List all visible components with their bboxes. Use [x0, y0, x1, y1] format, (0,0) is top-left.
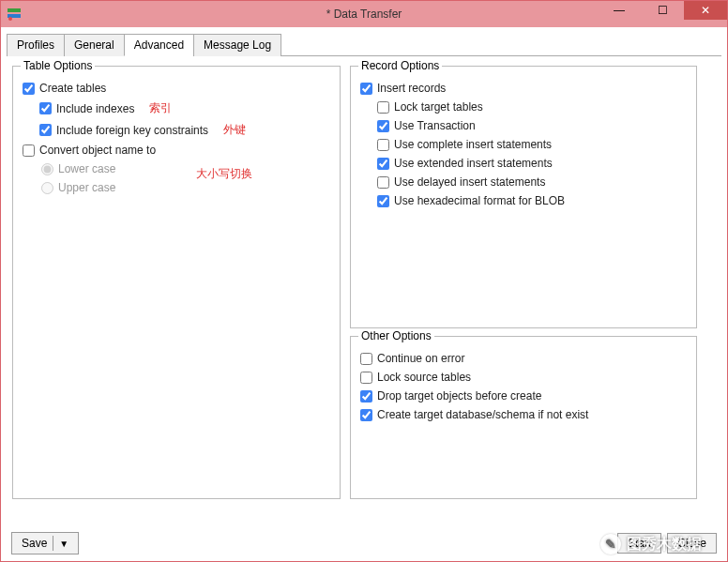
lower-case-label: Lower case: [58, 162, 115, 175]
drop-target-checkbox[interactable]: [360, 390, 372, 403]
use-delayed-insert-label: Use delayed insert statements: [394, 175, 545, 189]
chevron-down-icon: ▼: [59, 539, 68, 549]
use-complete-insert-checkbox[interactable]: [377, 139, 389, 151]
upper-case-label: Upper case: [58, 181, 115, 194]
row-upper-case: Upper case: [41, 181, 330, 194]
create-tables-label: Create tables: [39, 82, 106, 95]
save-button[interactable]: Save ▼: [11, 532, 79, 554]
row-use-extended-insert: Use extended insert statements: [377, 157, 687, 170]
footer-right: Start Close: [617, 533, 717, 554]
use-complete-insert-label: Use complete insert statements: [394, 138, 552, 151]
include-fk-checkbox[interactable]: [39, 124, 52, 136]
close-window-button[interactable]: ✕: [684, 1, 727, 20]
lower-case-radio[interactable]: [41, 163, 53, 175]
lock-target-tables-label: Lock target tables: [394, 100, 483, 114]
other-options-group: Other Options Continue on error Lock sou…: [350, 336, 697, 499]
create-target-db-checkbox[interactable]: [360, 409, 372, 421]
drop-target-label: Drop target objects before create: [377, 389, 541, 403]
other-options-legend: Other Options: [358, 329, 434, 342]
minimize-button[interactable]: —: [598, 1, 641, 20]
record-options-legend: Record Options: [358, 59, 442, 72]
use-hex-blob-label: Use hexadecimal format for BLOB: [394, 194, 565, 207]
convert-name-label: Convert object name to: [39, 144, 156, 157]
tabbar: Profiles General Advanced Message Log: [7, 33, 721, 56]
table-options-legend: Table Options: [21, 59, 95, 72]
svg-point-2: [8, 17, 12, 21]
use-transaction-checkbox[interactable]: [377, 120, 389, 132]
tab-profiles-label: Profiles: [17, 38, 54, 52]
insert-records-label: Insert records: [377, 82, 446, 95]
row-use-hex-blob: Use hexadecimal format for BLOB: [377, 194, 687, 207]
close-button[interactable]: Close: [667, 533, 717, 554]
tab-general[interactable]: General: [64, 34, 125, 56]
app-icon: [7, 7, 22, 22]
row-use-delayed-insert: Use delayed insert statements: [377, 175, 687, 189]
row-lock-source-tables: Lock source tables: [360, 371, 687, 384]
row-lock-target-tables: Lock target tables: [377, 100, 687, 114]
footer: Save ▼ Start Close: [0, 532, 728, 554]
client-area: Profiles General Advanced Message Log Ta…: [1, 27, 727, 507]
use-extended-insert-label: Use extended insert statements: [394, 157, 553, 170]
tab-profiles[interactable]: Profiles: [7, 34, 65, 56]
use-extended-insert-checkbox[interactable]: [377, 158, 389, 170]
start-button[interactable]: Start: [617, 533, 661, 554]
lock-source-tables-checkbox[interactable]: [360, 372, 372, 384]
left-column: Table Options Create tables Include inde…: [12, 66, 341, 499]
continue-on-error-checkbox[interactable]: [360, 353, 372, 365]
maximize-button[interactable]: ☐: [641, 1, 684, 20]
save-button-divider: [53, 536, 53, 551]
annotation-fk: 外键: [223, 122, 246, 138]
record-options-group: Record Options Insert records Lock targe…: [350, 66, 697, 328]
tab-body-advanced: Table Options Create tables Include inde…: [7, 56, 721, 507]
tab-message-log[interactable]: Message Log: [193, 34, 281, 56]
row-continue-on-error: Continue on error: [360, 352, 687, 365]
convert-name-checkbox[interactable]: [23, 144, 35, 157]
tab-advanced-label: Advanced: [134, 38, 184, 52]
row-drop-target: Drop target objects before create: [360, 389, 687, 403]
start-button-label: Start: [628, 537, 651, 550]
include-indexes-checkbox[interactable]: [39, 102, 52, 114]
save-button-label: Save: [22, 537, 47, 550]
row-use-transaction: Use Transaction: [377, 119, 687, 132]
row-convert-name: Convert object name to: [23, 144, 330, 157]
annotation-indexes: 索引: [149, 100, 172, 116]
row-insert-records: Insert records: [360, 82, 687, 95]
lock-source-tables-label: Lock source tables: [377, 371, 471, 384]
svg-rect-0: [8, 8, 21, 12]
window-frame: * Data Transfer — ☐ ✕ Profiles General A…: [0, 0, 728, 562]
tab-general-label: General: [74, 38, 114, 52]
continue-on-error-label: Continue on error: [377, 352, 464, 365]
upper-case-radio[interactable]: [41, 182, 53, 194]
use-delayed-insert-checkbox[interactable]: [377, 176, 389, 189]
window-title: * Data Transfer: [326, 8, 402, 21]
include-indexes-label: Include indexes: [56, 102, 134, 115]
right-column: Record Options Insert records Lock targe…: [350, 66, 697, 499]
row-lower-case: Lower case: [41, 162, 330, 175]
row-include-indexes: Include indexes 索引: [39, 100, 330, 116]
include-fk-label: Include foreign key constraints: [56, 124, 208, 137]
use-hex-blob-checkbox[interactable]: [377, 195, 389, 207]
window-controls: — ☐ ✕: [598, 1, 727, 20]
lock-target-tables-checkbox[interactable]: [377, 101, 389, 114]
close-button-label: Close: [677, 537, 706, 550]
row-create-tables: Create tables: [23, 82, 330, 95]
titlebar[interactable]: * Data Transfer — ☐ ✕: [1, 1, 727, 27]
row-include-fk: Include foreign key constraints 外键: [39, 122, 330, 138]
table-options-group: Table Options Create tables Include inde…: [12, 66, 341, 499]
row-use-complete-insert: Use complete insert statements: [377, 138, 687, 151]
create-tables-checkbox[interactable]: [23, 83, 35, 95]
tab-advanced[interactable]: Advanced: [124, 34, 194, 56]
row-create-target-db: Create target database/schema if not exi…: [360, 408, 687, 421]
insert-records-checkbox[interactable]: [360, 83, 372, 95]
tab-message-log-label: Message Log: [204, 38, 271, 52]
use-transaction-label: Use Transaction: [394, 119, 476, 132]
create-target-db-label: Create target database/schema if not exi…: [377, 408, 588, 421]
annotation-case-switch: 大小写切换: [196, 166, 252, 182]
